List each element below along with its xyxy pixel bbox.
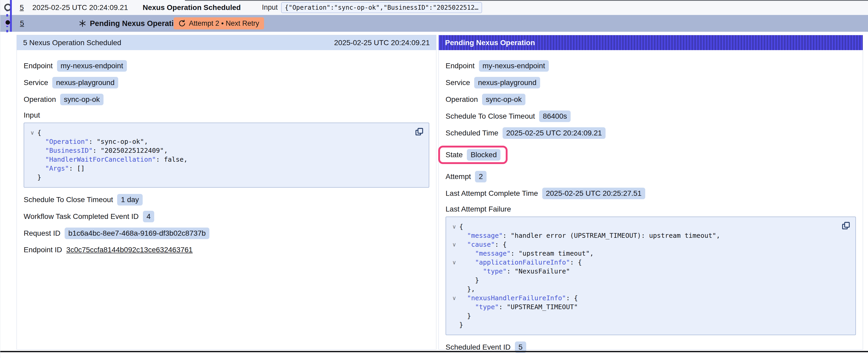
field-row: Attempt2 xyxy=(445,171,856,183)
json-line-gutter xyxy=(449,303,459,312)
json-line-gutter xyxy=(27,146,37,155)
field-row: Servicenexus-playground xyxy=(24,77,429,89)
json-line: "BusinessID": "20250225122409", xyxy=(27,146,410,155)
json-line: ∨ "applicationFailureInfo": { xyxy=(449,258,837,267)
json-line: ∨ "nexusHandlerFailureInfo": { xyxy=(449,294,837,303)
pending-id-link[interactable]: 5 xyxy=(20,15,24,32)
field-value-link[interactable]: 3c0c75ccfa8144b092c13ce632463761 xyxy=(66,246,192,254)
field-value-chip: nexus-playground xyxy=(52,77,118,89)
json-line-gutter xyxy=(449,267,459,276)
json-line: "type": "UPSTREAM_TIMEOUT" xyxy=(449,303,837,312)
field-label: Endpoint xyxy=(24,62,53,70)
json-line: ∨ "cause": { xyxy=(449,240,837,249)
json-line: } xyxy=(449,321,837,329)
field-label: Service xyxy=(445,78,470,87)
field-value-chip: 86400s xyxy=(539,110,570,122)
field-label: Operation xyxy=(445,95,478,104)
event-input-preview-chip: {"Operation":"sync-op-ok","BusinessID":"… xyxy=(281,0,482,15)
pink-highlight-box: StateBlocked xyxy=(438,146,507,164)
right-panel-header: Pending Nexus Operation xyxy=(439,35,863,50)
pending-asterisk-icon xyxy=(79,15,87,32)
json-line: }, xyxy=(449,285,837,294)
field-row: Servicenexus-playground xyxy=(445,77,856,89)
json-line: } xyxy=(27,173,410,182)
event-row-nexus-operation-scheduled[interactable]: 5 2025-02-25 UTC 20:24:09.21 Nexus Opera… xyxy=(0,0,868,15)
field-row: Endpointmy-nexus-endpoint xyxy=(24,60,429,72)
json-text: "HandlerWaitForCancellation": false, xyxy=(37,155,188,164)
retry-badge-label: Attempt 2 • Next Retry xyxy=(189,20,259,28)
json-text: }, xyxy=(459,285,475,294)
left-panel-header: 5 Nexus Operation Scheduled 2025-02-25 U… xyxy=(17,35,436,50)
field-value-chip: my-nexus-endpoint xyxy=(479,60,549,72)
workflow-history-view: 5 2025-02-25 UTC 20:24:09.21 Nexus Opera… xyxy=(0,0,868,358)
field-row: Endpoint ID3c0c75ccfa8144b092c13ce632463… xyxy=(24,245,429,255)
collapse-chevron-icon[interactable]: ∨ xyxy=(449,240,459,249)
json-text: { xyxy=(37,128,41,137)
collapse-chevron-icon[interactable]: ∨ xyxy=(449,222,459,231)
copy-icon[interactable] xyxy=(841,221,851,231)
json-text: } xyxy=(459,321,463,329)
field-value-chip: b1c6a4bc-8ee7-468a-9169-df3b02c8737b xyxy=(65,228,209,239)
field-label: Last Attempt Complete Time xyxy=(445,189,538,198)
event-row-pending-nexus-operation[interactable]: 5 Pending Nexus Operation Attempt 2 • Ne… xyxy=(0,15,868,32)
json-line-gutter xyxy=(449,321,459,329)
json-line: "message": "upstream timeout", xyxy=(449,249,837,258)
collapse-chevron-icon[interactable]: ∨ xyxy=(27,128,37,137)
collapse-chevron-icon[interactable]: ∨ xyxy=(449,258,459,267)
field-label: Operation xyxy=(24,95,56,104)
field-value-chip: sync-op-ok xyxy=(60,94,103,105)
timeline-selection-bar xyxy=(10,0,12,32)
json-text: "cause": { xyxy=(459,240,507,249)
field-value-chip: my-nexus-endpoint xyxy=(57,60,127,72)
json-line-gutter xyxy=(27,137,37,146)
event-id-link[interactable]: 5 xyxy=(20,0,24,15)
field-row: Schedule To Close Timeout86400s xyxy=(445,110,856,122)
field-value-chip: sync-op-ok xyxy=(482,94,525,105)
input-json-viewer: ∨{ "Operation": "sync-op-ok", "BusinessI… xyxy=(24,123,429,188)
json-text: { xyxy=(459,222,463,231)
failure-json-viewer: ∨{ "message": "handler error (UPSTREAM_T… xyxy=(445,217,856,335)
field-value-chip: 1 day xyxy=(117,194,143,205)
json-text: "Operation": "sync-op-ok", xyxy=(37,137,148,146)
json-text: "nexusHandlerFailureInfo": { xyxy=(459,294,578,303)
json-text: } xyxy=(459,276,479,285)
input-section-label: Input xyxy=(24,111,429,120)
field-label: Scheduled Event ID xyxy=(445,343,511,352)
field-value-chip: Blocked xyxy=(467,149,500,161)
json-line: } xyxy=(449,312,837,321)
field-label: Workflow Task Completed Event ID xyxy=(24,212,139,221)
left-panel-title: 5 Nexus Operation Scheduled xyxy=(23,39,121,47)
field-row: Scheduled Time2025-02-25 UTC 20:24:09.21 xyxy=(445,127,856,139)
json-line-gutter xyxy=(449,231,459,240)
event-input-label: Input xyxy=(262,0,278,15)
failure-section-label: Last Attempt Failure xyxy=(445,205,856,214)
collapse-chevron-icon[interactable]: ∨ xyxy=(449,294,459,303)
json-text: } xyxy=(37,173,41,182)
attempt-retry-badge: Attempt 2 • Next Retry xyxy=(174,15,264,32)
field-row: StateBlocked xyxy=(445,149,500,161)
field-label: Schedule To Close Timeout xyxy=(445,112,535,121)
field-row: Operationsync-op-ok xyxy=(445,94,856,105)
field-value-chip: 4 xyxy=(143,211,154,222)
copy-icon[interactable] xyxy=(414,127,425,137)
json-line: ∨{ xyxy=(27,128,410,137)
field-label: Scheduled Time xyxy=(445,129,498,137)
json-text: "message": "handler error (UPSTREAM_TIME… xyxy=(459,231,720,240)
json-line: "Operation": "sync-op-ok", xyxy=(27,137,410,146)
json-line: "type": "NexusFailure" xyxy=(449,267,837,276)
field-label: Endpoint ID xyxy=(24,246,62,254)
json-line-gutter xyxy=(449,249,459,258)
field-label: Service xyxy=(24,78,48,87)
field-label: Endpoint xyxy=(445,62,475,70)
json-line-gutter xyxy=(27,173,37,182)
json-line: "message": "handler error (UPSTREAM_TIME… xyxy=(449,231,837,240)
field-row: Workflow Task Completed Event ID4 xyxy=(24,211,429,222)
json-text: "type": "NexusFailure" xyxy=(459,267,570,276)
field-label: Request ID xyxy=(24,229,60,237)
json-line-gutter xyxy=(27,164,37,173)
json-line: } xyxy=(449,276,837,285)
json-line-gutter xyxy=(449,285,459,294)
panel-pending-nexus-operation: Pending Nexus Operation Endpointmy-nexus… xyxy=(438,35,863,350)
json-text: "type": "UPSTREAM_TIMEOUT" xyxy=(459,303,578,312)
json-line: "HandlerWaitForCancellation": false, xyxy=(27,155,410,164)
